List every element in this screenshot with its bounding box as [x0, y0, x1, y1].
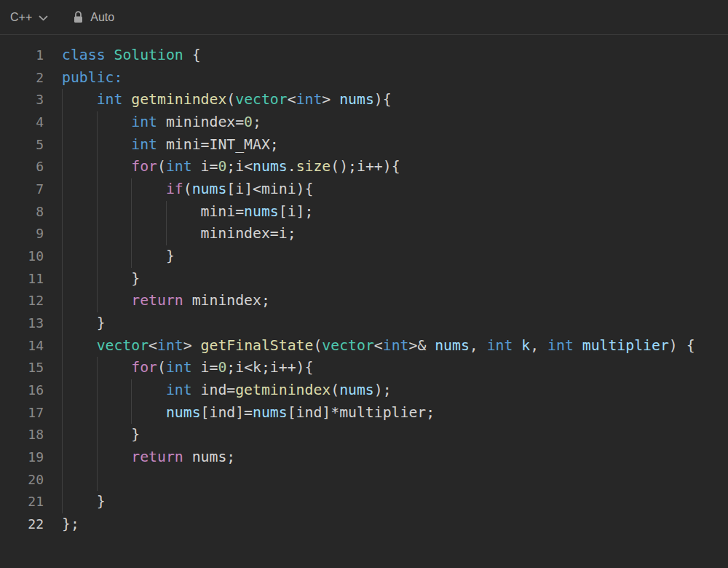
code-token: int — [487, 337, 513, 354]
line-number: 20 — [0, 469, 44, 492]
code-text: int ind=getminindex(nums); — [62, 379, 392, 402]
code-line[interactable]: 12 return minindex; — [0, 290, 728, 312]
indent-guide — [62, 402, 63, 425]
code-line[interactable]: 8 mini=nums[i]; — [0, 201, 728, 224]
code-token: Solution — [114, 47, 183, 63]
indent-guide — [131, 379, 132, 402]
code-token: < — [149, 337, 157, 354]
code-token: . — [288, 158, 296, 175]
code-text: } — [62, 245, 175, 268]
code-text: } — [62, 268, 140, 291]
code-line[interactable]: 6 for(int i=0;i<nums.size();i++){ — [0, 156, 728, 178]
code-token — [62, 181, 166, 197]
code-line[interactable]: 10 } — [0, 245, 728, 268]
line-number: 1 — [0, 44, 44, 67]
code-token: [ind]*multiplier; — [288, 404, 435, 421]
indent-guide — [62, 312, 63, 335]
code-token: multiplier — [582, 337, 669, 354]
code-token: vector — [97, 337, 149, 354]
code-text: } — [62, 491, 106, 513]
line-number: 9 — [0, 223, 44, 245]
code-token: ( — [226, 91, 235, 108]
code-token: [ind]= — [201, 404, 253, 421]
code-token: int — [157, 337, 183, 354]
code-line[interactable]: 17 nums[ind]=nums[ind]*multiplier; — [0, 402, 728, 425]
indent-guide — [62, 178, 63, 201]
code-text: int mini=INT_MAX; — [62, 134, 279, 157]
code-token: < — [288, 91, 296, 108]
code-token: 0 — [244, 114, 253, 130]
code-text: return minindex; — [62, 290, 270, 312]
code-token: ) { — [669, 337, 695, 354]
line-number-active: 22 — [0, 513, 44, 536]
code-line[interactable]: 22}; — [0, 513, 728, 536]
code-line[interactable]: 1class Solution { — [0, 44, 728, 67]
code-line[interactable]: 20 — [0, 469, 728, 492]
auto-label: Auto — [90, 11, 114, 24]
code-token: getFinalState — [201, 337, 314, 354]
code-token: ); — [374, 382, 392, 398]
code-token: int — [166, 382, 192, 398]
code-token: [i]; — [279, 203, 314, 220]
auto-layout-toggle[interactable]: Auto — [73, 11, 114, 24]
code-line[interactable]: 4 int minindex=0; — [0, 111, 728, 134]
line-number: 8 — [0, 201, 44, 224]
code-token: 0 — [218, 158, 226, 175]
indent-guide — [97, 268, 98, 291]
code-token: } — [62, 493, 106, 510]
indent-guide — [131, 201, 132, 224]
code-token: } — [62, 315, 106, 331]
line-number: 5 — [0, 134, 44, 157]
indent-guide — [97, 245, 98, 268]
code-token: public: — [62, 69, 122, 86]
code-line[interactable]: 18 } — [0, 424, 728, 446]
code-line[interactable]: 13 } — [0, 312, 728, 335]
line-number: 19 — [0, 446, 44, 469]
line-number: 4 — [0, 111, 44, 134]
indent-guide — [62, 89, 63, 111]
code-token: ( — [157, 359, 166, 376]
code-line[interactable]: 16 int ind=getminindex(nums); — [0, 379, 728, 402]
code-token: vector — [235, 91, 287, 108]
line-number: 2 — [0, 67, 44, 90]
indent-guide — [62, 111, 63, 134]
code-line[interactable]: 14 vector<int> getFinalState(vector<int>… — [0, 335, 728, 358]
code-editor-panel: C++ Auto 1class Solution {2public:3 int … — [0, 0, 728, 568]
indent-guide — [97, 178, 98, 201]
language-label: C++ — [10, 11, 32, 24]
code-token: ( — [157, 158, 166, 175]
code-token: nums — [339, 382, 374, 398]
code-line[interactable]: 3 int getminindex(vector<int> nums){ — [0, 89, 728, 111]
line-number: 17 — [0, 402, 44, 425]
code-token — [513, 337, 521, 354]
code-line[interactable]: 9 minindex=i; — [0, 223, 728, 245]
editor-header: C++ Auto — [0, 0, 728, 35]
indent-guide — [97, 469, 98, 492]
code-token: ();i++){ — [331, 158, 400, 175]
code-token: ( — [183, 181, 192, 197]
code-token: i= — [192, 359, 218, 376]
code-token: ind= — [192, 382, 236, 398]
line-number: 3 — [0, 89, 44, 111]
code-line[interactable]: 15 for(int i=0;i<k;i++){ — [0, 357, 728, 379]
code-line[interactable]: 19 return nums; — [0, 446, 728, 469]
language-selector[interactable]: C++ — [10, 11, 48, 24]
code-line[interactable]: 11 } — [0, 268, 728, 291]
line-number: 21 — [0, 491, 44, 513]
code-line[interactable]: 7 if(nums[i]<mini){ — [0, 178, 728, 201]
code-text: public: — [62, 67, 122, 90]
indent-guide — [62, 223, 63, 245]
code-line[interactable]: 5 int mini=INT_MAX; — [0, 134, 728, 157]
lock-icon — [73, 11, 84, 23]
code-token: nums; — [183, 449, 235, 465]
line-number: 18 — [0, 424, 44, 446]
code-token: for — [131, 359, 157, 376]
code-editor[interactable]: 1class Solution {2public:3 int getminind… — [0, 35, 728, 568]
code-text: minindex=i; — [62, 223, 296, 245]
code-text: return nums; — [62, 446, 235, 469]
code-line[interactable]: 2public: — [0, 67, 728, 90]
code-line[interactable]: 21 } — [0, 491, 728, 513]
code-token: k — [521, 337, 530, 354]
indent-guide — [97, 402, 98, 425]
code-text: } — [62, 424, 140, 446]
